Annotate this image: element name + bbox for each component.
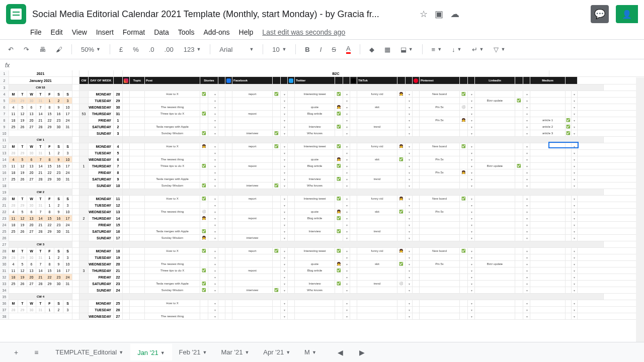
bold-icon[interactable]: B bbox=[302, 44, 312, 55]
merge-icon[interactable]: ⬓▼ bbox=[397, 44, 416, 55]
vertical-scrollbar[interactable] bbox=[636, 77, 644, 342]
schedule-row[interactable]: 26 SUNDAY17 Sunday Wisdom👧▾ interivew▾ ▾… bbox=[0, 235, 644, 241]
schedule-row[interactable]: 1511121314151617 1THURSDAY7 Three tips t… bbox=[0, 163, 644, 169]
schedule-row[interactable]: 3111121314151617 3THURSDAY21 Three tips … bbox=[0, 267, 644, 274]
wrap-icon[interactable]: ↵▼ bbox=[469, 44, 487, 55]
menu-edit[interactable]: Edit bbox=[51, 28, 63, 36]
sheet-tabs-bar: + ≡ TEMPLATE_Editorial ▼Jan '21 ▼Feb '21… bbox=[0, 342, 644, 362]
scroll-left-button[interactable]: ◀ bbox=[332, 344, 349, 360]
schedule-row[interactable]: 3218192021222324 FRIDAY22 ▾ ▾ ▾ ▾ ▾ ▾ ▾ bbox=[0, 274, 644, 281]
schedule-row[interactable]: 12MTWTFSS MONDAY4 How to X👧▾ report✅▾ In… bbox=[0, 143, 644, 150]
schedule-row[interactable]: 3728293031123 TUESDAY26 ▾ ▾ ▾ ▾ ▾ ▾ ▾ bbox=[0, 307, 644, 313]
menu-view[interactable]: View bbox=[72, 28, 87, 36]
schedule-row[interactable]: 1725262728293031 SATURDAY9 Tesla merges … bbox=[0, 176, 644, 183]
fill-color-icon[interactable]: ◆ bbox=[366, 44, 377, 55]
schedule-row[interactable]: 2311121314151617 2THURSDAY14 👧▾ repost▾ … bbox=[0, 215, 644, 222]
valign-icon[interactable]: ↓▼ bbox=[449, 44, 464, 55]
redo-icon[interactable]: ↷ bbox=[21, 44, 32, 55]
sheet-tab[interactable]: Feb '21 ▼ bbox=[172, 344, 214, 360]
schedule-row[interactable]: 34 SUNDAY24 Sunday Wisdom✅▾ interivew✅▾ … bbox=[0, 287, 644, 294]
percent-icon[interactable]: % bbox=[130, 44, 142, 55]
schedule-row[interactable]: 3045678910 WEDNESDAY20 The newest thing▾… bbox=[0, 261, 644, 267]
schedule-row[interactable]: 2245678910 WEDNESDAY13 The newest thing⚪… bbox=[0, 209, 644, 215]
schedule-row[interactable]: 10 SUNDAY3 Sunday Wisdom✅▾ interivew✅▾ W… bbox=[0, 130, 644, 137]
active-cell-indicator bbox=[548, 142, 579, 148]
currency-icon[interactable]: £ bbox=[116, 44, 126, 55]
menu-bar: File Edit View Insert Format Data Tools … bbox=[0, 28, 644, 39]
sheet-tab[interactable]: Mar '21 ▼ bbox=[214, 344, 256, 360]
schedule-row[interactable]: 2525262728293031 SATURDAY16 Tesla merges… bbox=[0, 228, 644, 235]
formula-input[interactable] bbox=[20, 62, 639, 69]
print-icon[interactable]: 🖶 bbox=[36, 44, 49, 55]
zoom-select[interactable]: 50%▼ bbox=[78, 44, 104, 55]
schedule-row[interactable]: 645678910 WEDNESDAY30 The newest thing▾ … bbox=[0, 104, 644, 111]
sheets-logo-icon[interactable] bbox=[6, 4, 26, 24]
schedule-row[interactable]: 3325262728293031 SATURDAY23 Tesla merges… bbox=[0, 281, 644, 287]
cloud-icon[interactable]: ☁ bbox=[450, 9, 459, 20]
halign-icon[interactable]: ≡▼ bbox=[429, 44, 445, 55]
paint-format-icon[interactable]: 🖌 bbox=[53, 44, 65, 55]
move-icon[interactable]: ▣ bbox=[435, 9, 443, 20]
schedule-row[interactable]: 528293031123 TUESDAY29 ▾ ▾ ▾ ▾ ▾ Bizz up… bbox=[0, 98, 644, 104]
undo-icon[interactable]: ↶ bbox=[5, 44, 17, 55]
star-icon[interactable]: ☆ bbox=[420, 9, 428, 20]
font-size-select[interactable]: 10▼ bbox=[269, 44, 289, 55]
toolbar: ↶ ↷ 🖶 🖌 50%▼ £ % .0 .00 123▼ Arial▼ 10▼ … bbox=[0, 39, 644, 59]
title-bar: Social Media Editorial Calendar 2021 Tem… bbox=[0, 0, 644, 28]
schedule-row[interactable]: 4MTWTFSS MONDAY28 How to X✅▾ report✅▾ In… bbox=[0, 91, 644, 98]
schedule-row[interactable]: 18 SUNDAY10 Sunday Wisdom✅▾ interivew✅▾ … bbox=[0, 183, 644, 189]
share-button[interactable]: 👤 bbox=[616, 5, 638, 23]
schedule-row[interactable]: 925262728293031 SATURDAY2 Tesla merges w… bbox=[0, 124, 644, 130]
menu-file[interactable]: File bbox=[30, 28, 42, 36]
schedule-row[interactable]: 2928293031123 TUESDAY19 ▾ ▾ ▾ ▾ ▾ ▾ ▾ bbox=[0, 254, 644, 261]
fx-label: fx bbox=[5, 62, 10, 69]
schedule-row[interactable]: 1618192021222324 FRIDAY8 ▾ ▾ ▾ ▾ Pin 5x👧… bbox=[0, 169, 644, 176]
formula-bar: fx bbox=[0, 59, 644, 71]
comments-icon[interactable]: 💬 bbox=[591, 5, 609, 23]
schedule-row[interactable]: 36MTWTFSS MONDAY25 How to X▾ ▾ ▾ ▾ ▾ ▾ ▾ bbox=[0, 300, 644, 307]
format-more-icon[interactable]: 123▼ bbox=[181, 44, 204, 55]
rotate-icon[interactable]: ▽▼ bbox=[491, 44, 508, 55]
decimal-dec-icon[interactable]: .0 bbox=[146, 44, 157, 55]
schedule-row[interactable]: 1445678910 WEDNESDAY6 The newest thing▾ … bbox=[0, 156, 644, 163]
menu-addons[interactable]: Add-ons bbox=[203, 28, 229, 36]
schedule-row[interactable]: 38 WEDNESDAY27 The newest thing▾ ▾ ▾ ▾ ▾… bbox=[0, 313, 644, 320]
strike-icon[interactable]: S bbox=[329, 44, 339, 55]
schedule-row[interactable]: 28MTWTFSS MONDAY18 How to X✅▾ report✅▾ I… bbox=[0, 248, 644, 254]
spreadsheet-grid[interactable]: 12021B2C2January 2021 CWDAY OF WEEK Topi… bbox=[0, 70, 644, 342]
menu-help[interactable]: Help bbox=[239, 28, 254, 36]
sheet-tab[interactable]: TEMPLATE_Editorial ▼ bbox=[48, 344, 130, 360]
menu-format[interactable]: Format bbox=[123, 28, 145, 36]
menu-insert[interactable]: Insert bbox=[96, 28, 114, 36]
schedule-row[interactable]: 20MTWTFSS MONDAY11 How to X✅▾ report▾ In… bbox=[0, 196, 644, 202]
menu-data[interactable]: Data bbox=[154, 28, 169, 36]
borders-icon[interactable]: ▦ bbox=[381, 44, 393, 55]
document-title[interactable]: Social Media Editorial Calendar 2021 Tem… bbox=[32, 9, 415, 20]
sheet-tab[interactable]: Jan '21 ▼ bbox=[130, 344, 172, 360]
italic-icon[interactable]: I bbox=[317, 44, 325, 55]
sheet-tab[interactable]: M ▼ bbox=[297, 344, 324, 360]
schedule-row[interactable]: 818192021222324 FRIDAY1 ▾ ▾ ▾ ▾ Pin 5x👧▾… bbox=[0, 117, 644, 124]
schedule-row[interactable]: 711121314151617 53THURSDAY31 Three tips … bbox=[0, 111, 644, 117]
all-sheets-button[interactable]: ≡ bbox=[28, 344, 44, 360]
last-edit-link[interactable]: Last edit was seconds ago bbox=[262, 28, 345, 36]
text-color-icon[interactable]: A bbox=[343, 43, 354, 56]
schedule-row[interactable]: 1328293031123 TUESDAY5 ▾ ▾ ▾ ▾ ▾ ▾ ▾ bbox=[0, 150, 644, 156]
schedule-row[interactable]: 2128293031123 TUESDAY12 ▾ ▾ ▾ ▾ ▾ ▾ ▾ bbox=[0, 202, 644, 209]
add-sheet-button[interactable]: + bbox=[8, 344, 24, 360]
scroll-right-button[interactable]: ▶ bbox=[353, 344, 371, 360]
schedule-row[interactable]: 2418192021222324 FRIDAY15 ▾ ▾ ▾ ▾ ▾ ▾ ▾ bbox=[0, 222, 644, 228]
sheet-tab[interactable]: Apr '21 ▼ bbox=[256, 344, 297, 360]
font-select[interactable]: Arial▼ bbox=[216, 44, 257, 55]
decimal-inc-icon[interactable]: .00 bbox=[162, 44, 177, 55]
menu-tools[interactable]: Tools bbox=[178, 28, 195, 36]
